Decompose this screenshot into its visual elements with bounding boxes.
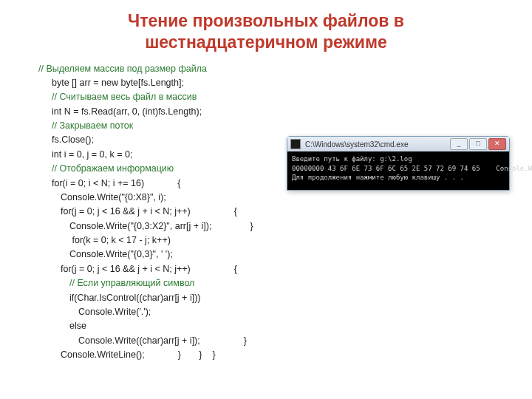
code-line: Console.Write("{0:X8}", i);: [22, 191, 510, 205]
code-line: for(j = 0; j < 16 && j + i < N; j++) {: [22, 205, 510, 219]
code-block: // Выделяем массив под размер файла byte…: [22, 62, 510, 363]
code-line: else: [22, 319, 510, 333]
comment-line: // Если управляющий символ: [22, 276, 510, 290]
code-line: Console.Write("{0,3}", ' ');: [22, 248, 510, 262]
minimize-button[interactable]: _: [450, 138, 468, 150]
page-title: Чтение произвольных файлов в шестнадцате…: [22, 10, 510, 53]
maximize-button[interactable]: □: [469, 138, 487, 150]
close-button[interactable]: ✕: [488, 138, 506, 150]
code-line: Console.WriteLine(); } } }: [22, 348, 510, 362]
console-window: C:\Windows\system32\cmd.exe _ □ ✕ Введит…: [287, 136, 510, 191]
code-line: for(k = 0; k < 17 - j; k++): [22, 233, 510, 248]
title-line-1: Чтение произвольных файлов в: [128, 11, 404, 30]
code-line: int N = fs.Read(arr, 0, (int)fs.Length);: [22, 105, 510, 119]
code-line: for(j = 0; j < 16 && j + i < N; j++) {: [22, 262, 510, 276]
comment-line: // Выделяем массив под размер файла: [22, 62, 510, 76]
console-titlebar: C:\Windows\system32\cmd.exe _ □ ✕: [287, 137, 509, 151]
code-line: Console.Write('.');: [22, 305, 510, 319]
title-line-2: шестнадцатеричном режиме: [145, 33, 387, 52]
comment-line: // Закрываем поток: [22, 119, 510, 133]
console-line: Для продолжения нажмите любую клавишу . …: [292, 174, 464, 181]
code-line: Console.Write("{0,3:X2}", arr[j + i]); }: [22, 219, 510, 233]
code-line: byte [] arr = new byte[fs.Length];: [22, 76, 510, 90]
console-line: Введите путь к файлу: g:\2.log: [292, 155, 412, 163]
console-title-text: C:\Windows\system32\cmd.exe: [305, 140, 449, 149]
console-body: Введите путь к файлу: g:\2.log 00000000 …: [287, 151, 509, 190]
code-line: if(Char.IsControl((char)arr[j + i])): [22, 291, 510, 305]
console-line: 00000000 43 6F 6E 73 6F 6C 65 2E 57 72 6…: [292, 165, 532, 172]
cmd-icon: [290, 139, 301, 149]
comment-line: // Считываем весь файл в массив: [22, 90, 510, 104]
code-line: Console.Write((char)arr[j + i]); }: [22, 334, 510, 348]
